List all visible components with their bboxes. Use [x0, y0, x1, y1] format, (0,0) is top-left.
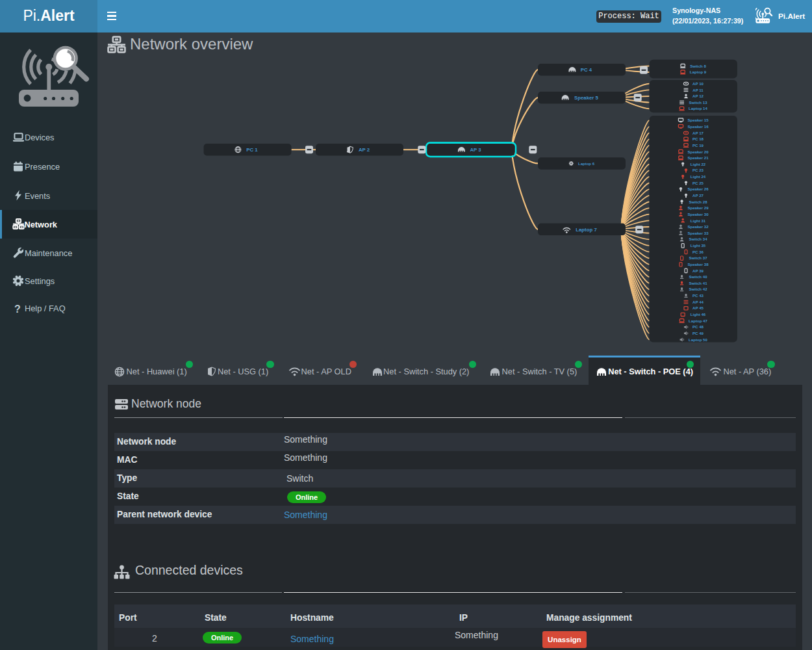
- svg-text:PC 43: PC 43: [692, 293, 704, 298]
- svg-text:Speaker 5: Speaker 5: [574, 95, 599, 101]
- svg-text:Switch 28: Switch 28: [689, 200, 707, 204]
- svg-text:Speaker 16: Speaker 16: [687, 124, 709, 129]
- svg-text:AP 39: AP 39: [692, 268, 704, 273]
- svg-text:PC 1: PC 1: [246, 147, 258, 153]
- svg-text:Laptop 50: Laptop 50: [689, 337, 707, 342]
- svg-text:AP 2: AP 2: [359, 147, 370, 153]
- svg-text:Speaker 21: Speaker 21: [687, 155, 709, 160]
- svg-text:PC 18: PC 18: [692, 136, 704, 141]
- svg-text:Switch 8: Switch 8: [690, 64, 706, 68]
- svg-text:Speaker 29: Speaker 29: [687, 205, 709, 210]
- svg-text:PC 49: PC 49: [692, 331, 704, 335]
- svg-text:Switch 34: Switch 34: [689, 237, 707, 241]
- svg-text:AP 27: AP 27: [692, 193, 704, 198]
- svg-text:Light 24: Light 24: [691, 174, 706, 179]
- svg-text:Speaker 33: Speaker 33: [687, 231, 709, 235]
- svg-text:PC 23: PC 23: [692, 168, 704, 172]
- svg-text:Laptop 6: Laptop 6: [578, 162, 595, 166]
- svg-text:AP 44: AP 44: [692, 300, 704, 304]
- svg-text:Laptop 9: Laptop 9: [690, 70, 707, 74]
- svg-text:Light 35: Light 35: [691, 243, 706, 248]
- svg-text:AP 11: AP 11: [692, 88, 704, 92]
- svg-text:PC 4: PC 4: [581, 67, 592, 73]
- svg-text:Speaker 30: Speaker 30: [687, 212, 709, 216]
- svg-text:PC 19: PC 19: [692, 143, 704, 148]
- svg-text:Speaker 20: Speaker 20: [687, 150, 709, 154]
- svg-text:AP 3: AP 3: [470, 147, 481, 153]
- svg-text:PC 25: PC 25: [692, 181, 704, 185]
- svg-text:Laptop 47: Laptop 47: [689, 318, 707, 323]
- svg-text:Switch 41: Switch 41: [689, 281, 707, 285]
- svg-text:PC 48: PC 48: [692, 324, 704, 329]
- svg-text:PC 36: PC 36: [692, 250, 704, 254]
- svg-text:Laptop 7: Laptop 7: [576, 227, 597, 233]
- svg-text:Light 22: Light 22: [691, 162, 706, 166]
- svg-text:Speaker 32: Speaker 32: [687, 224, 709, 229]
- svg-text:Switch 42: Switch 42: [689, 287, 707, 291]
- svg-text:AP 12: AP 12: [692, 94, 704, 98]
- svg-text:Switch 40: Switch 40: [689, 274, 707, 279]
- svg-text:Switch 37: Switch 37: [689, 255, 707, 260]
- svg-text:Speaker 26: Speaker 26: [687, 187, 709, 191]
- svg-text:Laptop 14: Laptop 14: [689, 106, 707, 110]
- svg-text:Speaker 38: Speaker 38: [687, 262, 709, 266]
- svg-text:Light 31: Light 31: [691, 218, 706, 223]
- svg-text:Speaker 15: Speaker 15: [687, 118, 709, 122]
- svg-text:AP 10: AP 10: [692, 81, 704, 86]
- svg-text:Switch 13: Switch 13: [689, 100, 707, 105]
- svg-text:Light 46: Light 46: [691, 312, 706, 317]
- svg-text:AP 45: AP 45: [692, 306, 704, 310]
- svg-text:AP 17: AP 17: [692, 131, 704, 135]
